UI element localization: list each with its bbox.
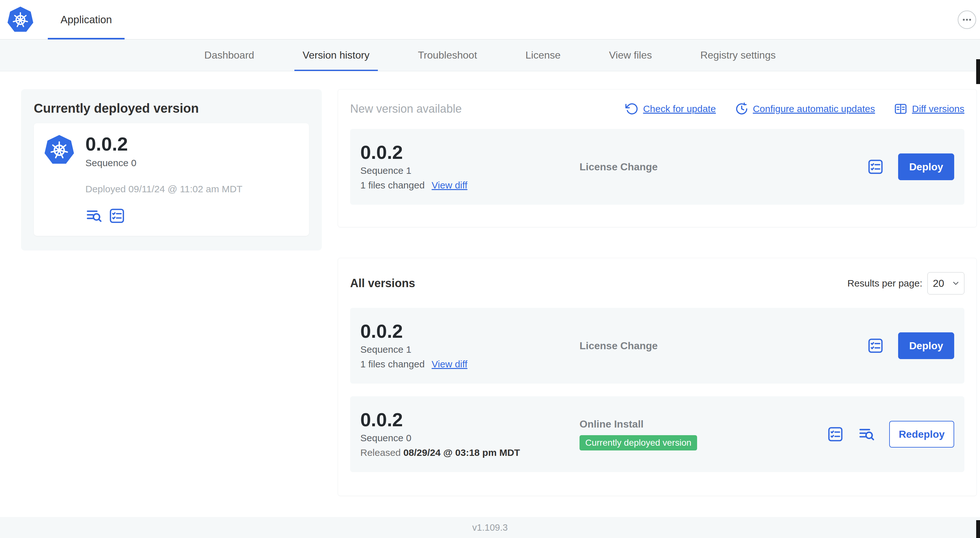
version-row-actions: Deploy: [867, 154, 954, 180]
kubernetes-logo-icon: [7, 6, 34, 33]
app-tab-active-underline: [48, 38, 124, 40]
console-version: v1.109.3: [472, 522, 508, 533]
version-actions-links: Check for update Configure automatic upd…: [625, 102, 964, 116]
checklist-icon: [867, 158, 884, 175]
tab-registry-settings[interactable]: Registry settings: [692, 40, 784, 71]
tab-license[interactable]: License: [517, 40, 569, 71]
diff-versions-label: Diff versions: [912, 103, 964, 114]
active-tab-underline: [294, 70, 378, 71]
scrollbar-thumb[interactable]: [976, 520, 980, 538]
released-label: Released: [360, 447, 401, 458]
released-date-line: Released 08/29/24 @ 03:18 pm MDT: [360, 447, 579, 458]
version-number: 0.0.2: [360, 410, 579, 429]
version-source: License Change: [579, 340, 867, 352]
all-versions-header: All versions Results per page: 20: [350, 272, 964, 294]
more-menu-button[interactable]: [958, 11, 976, 29]
tab-label: View files: [609, 49, 652, 61]
version-number: 0.0.2: [360, 322, 579, 341]
ellipsis-icon: [961, 14, 972, 25]
checklist-icon: [827, 425, 844, 443]
configure-automatic-updates-label: Configure automatic updates: [753, 103, 875, 114]
split-diff-icon: [894, 102, 907, 116]
version-source-label: License Change: [579, 161, 867, 173]
version-source: License Change: [579, 161, 867, 173]
app-nav-tabs: Dashboard Version history Troubleshoot L…: [0, 40, 980, 71]
top-bar: Application: [0, 0, 980, 40]
current-version-number: 0.0.2: [85, 135, 242, 154]
preflight-checks-button[interactable]: [867, 337, 884, 354]
tab-label: Troubleshoot: [418, 49, 477, 61]
view-diff-link[interactable]: View diff: [432, 359, 468, 370]
deploy-button[interactable]: Deploy: [898, 154, 954, 180]
right-column: New version available Check for update: [338, 89, 977, 496]
scrollbar-thumb[interactable]: [976, 59, 980, 84]
version-source: Online Install Currently deployed versio…: [579, 418, 827, 451]
tab-label: Dashboard: [204, 49, 254, 61]
results-per-page-select[interactable]: 20: [928, 272, 964, 294]
chevron-down-icon: [951, 279, 960, 288]
app-footer: v1.109.3: [0, 517, 980, 538]
files-changed-line: 1 files changed View diff: [360, 180, 579, 191]
check-for-update-link[interactable]: Check for update: [625, 102, 716, 116]
results-per-page: Results per page: 20: [848, 272, 964, 294]
app-page: Application Dashboard Version history Tr…: [0, 0, 980, 538]
app-tab-label: Application: [60, 14, 112, 26]
version-row-actions: Redeploy: [827, 421, 954, 448]
checklist-icon: [108, 207, 126, 224]
app-tab[interactable]: Application: [48, 0, 124, 39]
all-versions-heading: All versions: [350, 277, 415, 290]
rotate-ccw-icon: [625, 102, 638, 116]
kubernetes-logo-icon: [44, 135, 75, 165]
tab-label: License: [525, 49, 560, 61]
files-changed-count: 1 files changed: [360, 359, 425, 370]
tab-troubleshoot[interactable]: Troubleshoot: [410, 40, 485, 71]
tab-version-history[interactable]: Version history: [294, 40, 378, 71]
redeploy-button[interactable]: Redeploy: [889, 421, 954, 448]
version-source-label: License Change: [579, 340, 867, 352]
check-for-update-label: Check for update: [643, 103, 716, 114]
tab-label: Version history: [303, 49, 369, 61]
new-version-row: 0.0.2 Sequence 1 1 files changed View di…: [350, 129, 964, 205]
version-info: 0.0.2 Sequence 1 1 files changed View di…: [360, 322, 579, 370]
version-info: 0.0.2 Sequence 1 1 files changed View di…: [360, 143, 579, 191]
current-version-details: 0.0.2 Sequence 0 Deployed 09/11/24 @ 11:…: [85, 135, 242, 224]
results-per-page-label: Results per page:: [848, 278, 922, 289]
lines-magnifier-icon: [85, 207, 103, 224]
tab-view-files[interactable]: View files: [601, 40, 660, 71]
diff-versions-link[interactable]: Diff versions: [894, 102, 964, 116]
version-sequence: Sequence 1: [360, 344, 579, 355]
checklist-icon: [867, 337, 884, 354]
deploy-button[interactable]: Deploy: [898, 332, 954, 359]
current-version-actions: [85, 207, 242, 224]
all-versions-card: All versions Results per page: 20: [338, 258, 977, 496]
current-version-deployed-date: Deployed 09/11/24 @ 11:02 am MDT: [85, 184, 242, 195]
preflight-checks-button[interactable]: [867, 158, 884, 175]
tab-label: Registry settings: [700, 49, 776, 61]
version-sequence: Sequence 0: [360, 433, 579, 443]
view-logs-button[interactable]: [85, 207, 103, 224]
view-logs-button[interactable]: [858, 425, 875, 443]
new-version-heading: New version available: [350, 102, 461, 116]
all-versions-list: 0.0.2 Sequence 1 1 files changed View di…: [350, 308, 964, 472]
version-number: 0.0.2: [360, 143, 579, 162]
new-version-header: New version available Check for update: [350, 102, 964, 116]
view-diff-link[interactable]: View diff: [432, 180, 468, 191]
version-source-label: Online Install: [579, 418, 827, 430]
preflight-checks-button[interactable]: [108, 207, 126, 224]
version-row: 0.0.2 Sequence 1 1 files changed View di…: [350, 308, 964, 384]
files-changed-count: 1 files changed: [360, 180, 425, 191]
new-version-card: New version available Check for update: [338, 89, 977, 227]
currently-deployed-panel: Currently deployed version: [21, 89, 322, 251]
configure-automatic-updates-link[interactable]: Configure automatic updates: [735, 102, 875, 116]
version-info: 0.0.2 Sequence 0 Released 08/29/24 @ 03:…: [360, 410, 579, 458]
tab-dashboard[interactable]: Dashboard: [196, 40, 262, 71]
main-content: Currently deployed version: [0, 71, 980, 517]
results-per-page-value: 20: [933, 278, 944, 289]
currently-deployed-badge: Currently deployed version: [579, 435, 697, 451]
version-row: 0.0.2 Sequence 0 Released 08/29/24 @ 03:…: [350, 396, 964, 472]
current-version-sequence: Sequence 0: [85, 157, 242, 168]
preflight-checks-button[interactable]: [827, 425, 844, 443]
currently-deployed-heading: Currently deployed version: [34, 101, 309, 116]
lines-magnifier-icon: [858, 425, 875, 443]
current-version-card: 0.0.2 Sequence 0 Deployed 09/11/24 @ 11:…: [34, 123, 309, 236]
